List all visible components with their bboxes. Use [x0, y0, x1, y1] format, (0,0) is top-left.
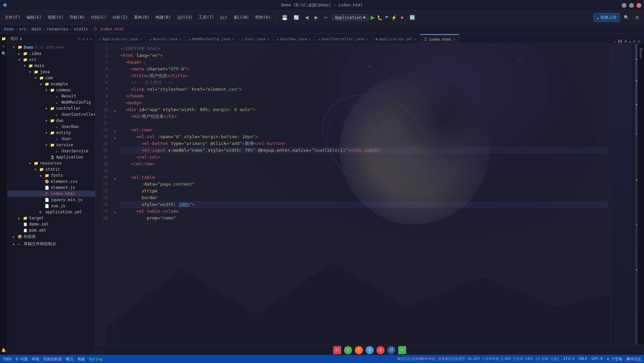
- breadcrumb-main[interactable]: main: [31, 27, 41, 31]
- tree-dao[interactable]: ▼ 📁 dao: [7, 118, 95, 124]
- build-label[interactable]: 构建: [77, 357, 85, 362]
- run-config-dropdown[interactable]: Application ▼: [332, 14, 369, 21]
- tab-usercontroller[interactable]: ☕ UserController.java ✕: [315, 34, 372, 44]
- run-button[interactable]: ▶: [371, 14, 375, 21]
- tree-pom-xml[interactable]: 📋 pom.xml: [7, 227, 95, 233]
- code-editor[interactable]: 12345 678910 1112131415 1617181920 21222…: [95, 44, 644, 345]
- tree-common[interactable]: ▼ 📁 common: [7, 87, 95, 93]
- todo-label[interactable]: TODO: [3, 357, 12, 361]
- tree-webmvc[interactable]: ☕ WebMvcConfig: [7, 99, 95, 105]
- breadcrumb-src[interactable]: src: [19, 27, 26, 31]
- tab-index-html[interactable]: 🗒 index.html ✕: [420, 34, 459, 44]
- close-tab-userdao[interactable]: ✕: [308, 37, 311, 41]
- breadcrumb-resources[interactable]: resources: [46, 27, 68, 31]
- debug-button[interactable]: 🐛: [377, 15, 383, 20]
- tree-controller[interactable]: ▼ 📁 controller: [7, 105, 95, 111]
- menu-file[interactable]: 文件(F): [3, 14, 22, 21]
- menu-navigate[interactable]: 导航(N): [67, 14, 87, 21]
- activity-project-icon[interactable]: 📁: [0, 35, 7, 42]
- collapse-all-icon[interactable]: ≡: [86, 37, 89, 41]
- tab-scroll-up[interactable]: ▲: [629, 39, 631, 44]
- menu-help[interactable]: 帮助(H): [253, 14, 273, 21]
- tree-scratches[interactable]: ▶ ✏ 草稿文件和控制台: [7, 240, 95, 248]
- search-toolbar-button[interactable]: 🔍: [622, 14, 631, 21]
- sync-tree-icon[interactable]: ⟳: [77, 37, 81, 41]
- tree-java[interactable]: ▼ 📁 java: [7, 69, 95, 75]
- tab-result-java[interactable]: ☕ Result.java ✕: [146, 34, 186, 44]
- tree-element-js[interactable]: 📄 element.js: [7, 185, 95, 191]
- close-tab-result[interactable]: ✕: [179, 37, 182, 41]
- menu-git[interactable]: Git: [218, 15, 230, 21]
- issues-label[interactable]: 0 问题: [16, 357, 28, 362]
- terminal-label[interactable]: 终端: [32, 357, 39, 362]
- tree-com[interactable]: ▼ 📁 com: [7, 75, 95, 81]
- tab-userdao[interactable]: ☕ UserDao.java ✕: [273, 34, 315, 44]
- tree-main[interactable]: ▼ 📁 main: [7, 63, 95, 69]
- menu-refactor[interactable]: 重构(R): [132, 14, 152, 21]
- save-button[interactable]: 💾: [280, 14, 290, 21]
- minimap[interactable]: [610, 44, 637, 345]
- tree-root[interactable]: ▼ 📁 Demo D:\C:桌面\Demo: [7, 44, 95, 50]
- breadcrumb-demo[interactable]: Demo: [4, 27, 14, 31]
- activity-search-icon[interactable]: 🔍: [0, 50, 7, 57]
- activity-notifications-icon[interactable]: 🔔: [0, 347, 7, 354]
- upload-button[interactable]: ☁ 拖拽上传: [594, 13, 620, 22]
- tree-entity[interactable]: ▼ 📁 entity: [7, 130, 95, 136]
- tree-idea[interactable]: ▶ 📁 .idea: [7, 50, 95, 57]
- close-tab-user[interactable]: ✕: [267, 37, 270, 41]
- tree-demo-iml[interactable]: 📋 demo.iml: [7, 221, 95, 227]
- close-tab-webmvc[interactable]: ✕: [232, 37, 234, 41]
- tree-userservice[interactable]: ☕ UserService: [7, 148, 95, 154]
- maximize-button[interactable]: [629, 3, 634, 8]
- tab-user-java[interactable]: ☕ User.java ✕: [238, 34, 273, 44]
- close-sidebar-icon[interactable]: ✕: [90, 37, 92, 41]
- code-content[interactable]: <!DOCTYPE html> <html lang="en"> <head> …: [118, 44, 610, 345]
- events-log[interactable]: 事件日志: [626, 357, 641, 362]
- menu-build[interactable]: 构建(B): [154, 14, 173, 21]
- encoding[interactable]: UTF-8: [592, 357, 603, 362]
- translate-button[interactable]: 🔤: [408, 14, 417, 21]
- menu-edit[interactable]: 编辑(E): [24, 14, 44, 21]
- close-tab-yml[interactable]: ✕: [414, 37, 417, 41]
- close-tab-usercontroller[interactable]: ✕: [366, 37, 368, 41]
- profiler-label[interactable]: 性能分析器: [43, 357, 62, 362]
- sync-button[interactable]: 🔄: [292, 14, 301, 21]
- tab-application-yml[interactable]: ⚙ application.yml ✕: [372, 34, 420, 44]
- tree-example[interactable]: ▼ 📁 example: [7, 81, 95, 87]
- close-tab-index[interactable]: ✕: [453, 37, 456, 42]
- spring-label[interactable]: Spring: [89, 357, 102, 361]
- tree-external-libs[interactable]: ▶ 📦 外部库: [7, 233, 95, 240]
- cursor-position[interactable]: 173:1: [563, 357, 574, 362]
- tree-vue[interactable]: 📄 vue.js: [7, 203, 95, 209]
- tree-jquery[interactable]: 📄 jquery.min.js: [7, 197, 95, 203]
- tab-application-java[interactable]: ☕ Application.java ✕: [95, 34, 146, 44]
- menu-code[interactable]: 代码(C): [89, 14, 109, 21]
- menu-window[interactable]: 窗口(W): [232, 14, 251, 21]
- minimize-button[interactable]: [622, 3, 626, 8]
- menu-view[interactable]: 视图(V): [46, 14, 65, 21]
- tree-settings-icon[interactable]: ⚙: [82, 37, 85, 41]
- tree-resources[interactable]: ▼ 📁 resources: [7, 160, 95, 166]
- tree-user[interactable]: ☕ User: [7, 136, 95, 142]
- tree-usercontroller[interactable]: ☕ UserController: [7, 111, 95, 118]
- stop-button[interactable]: ■: [399, 14, 406, 21]
- settings-button[interactable]: ⚙: [633, 14, 641, 21]
- activity-commit-icon[interactable]: ⊞: [0, 43, 7, 49]
- tree-src[interactable]: ▼ 📁 src: [7, 57, 95, 63]
- close-tab-application[interactable]: ✕: [140, 37, 142, 41]
- tab-webmvcconfig[interactable]: ☕ WebMvcConfig.java ✕: [185, 34, 238, 44]
- tab-scroll-down[interactable]: ▼: [633, 39, 635, 44]
- maven-label[interactable]: Maven: [638, 45, 643, 61]
- tree-element-css[interactable]: 🎨 element.css: [7, 178, 95, 185]
- menu-analyze[interactable]: 分析(Z): [110, 14, 130, 21]
- tree-fonts[interactable]: ▶ 📁 fonts: [7, 172, 95, 178]
- tab-list-icon[interactable]: ≫: [637, 39, 641, 44]
- back-button[interactable]: ◀: [303, 14, 310, 21]
- breadcrumb-static[interactable]: static: [73, 27, 88, 31]
- close-button[interactable]: [637, 3, 641, 8]
- tree-static[interactable]: ▼ 📁 static: [7, 166, 95, 172]
- tree-userdao[interactable]: ☕ UserDao: [7, 124, 95, 130]
- tree-target[interactable]: ▶ 📁 target: [7, 215, 95, 221]
- tree-result[interactable]: ☕ Result: [7, 93, 95, 99]
- tree-service[interactable]: ▼ 📁 service: [7, 142, 95, 148]
